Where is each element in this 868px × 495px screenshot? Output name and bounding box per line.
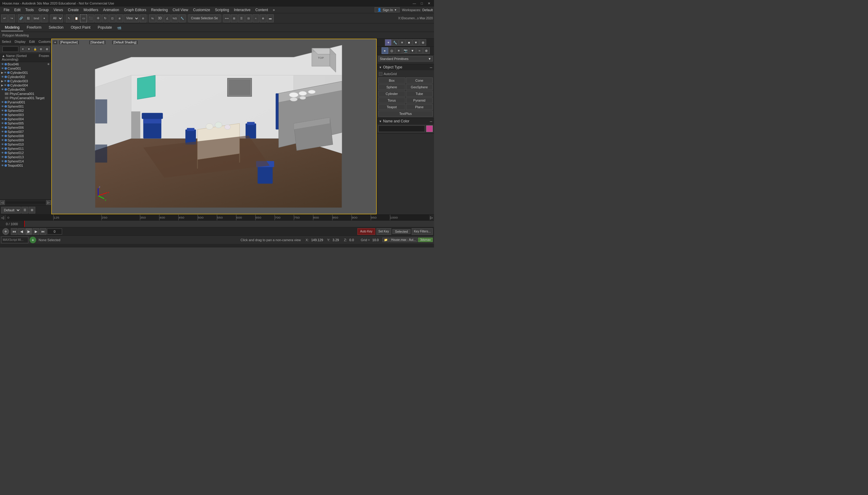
menu-group[interactable]: Group	[36, 7, 51, 13]
ruler-track[interactable]: 0 125 250 350 400 450 500 550 60	[5, 215, 429, 220]
window-crossing-button[interactable]: ⬛	[87, 15, 94, 22]
search-filter-button[interactable]: ▼	[26, 47, 32, 52]
menu-content[interactable]: Content	[253, 7, 270, 13]
scene-item-cone001[interactable]: 👁 Cone001	[0, 66, 51, 70]
plane-button[interactable]: Plane	[406, 104, 433, 110]
scene-item-sphere010[interactable]: 👁 Sphere010	[0, 142, 51, 147]
transform-button[interactable]: ✦	[41, 15, 48, 22]
viewport[interactable]: + [Perspective] [Standard] [Default Shad…	[51, 39, 377, 214]
search-opt2-button[interactable]: ⊠	[44, 47, 50, 52]
ruler-left-arrow[interactable]: ◁	[0, 215, 5, 220]
layer-opt2-button[interactable]: ⊞	[29, 207, 35, 214]
key-filters-button[interactable]: Key Filters...	[412, 228, 433, 235]
systems-icon[interactable]: ⊕	[423, 47, 430, 54]
angle-snap-button[interactable]: ∠	[164, 15, 171, 22]
tab-select[interactable]: Select	[0, 39, 13, 45]
schematic-view-button[interactable]: ⊟	[245, 15, 252, 22]
spinner-snap-button[interactable]: 🔧	[179, 15, 186, 22]
percent-button[interactable]: %	[149, 15, 156, 22]
undo-button[interactable]: ↩	[1, 15, 8, 22]
menu-scripting[interactable]: Scripting	[212, 7, 231, 13]
play-button[interactable]: ▶	[25, 228, 32, 235]
menu-views[interactable]: Views	[51, 7, 65, 13]
ruler-right-arrow[interactable]: ▷	[429, 215, 434, 220]
menu-interactive[interactable]: Interactive	[231, 7, 253, 13]
snap-button[interactable]: 3D	[156, 15, 163, 22]
tab-freeform[interactable]: Freeform	[23, 24, 45, 31]
object-name-input[interactable]	[378, 125, 425, 132]
search-lock-button[interactable]: 🔒	[32, 47, 38, 52]
layer-select[interactable]: Default	[1, 207, 21, 214]
box-button[interactable]: Box	[378, 78, 405, 84]
viewport-standard-label[interactable]: [Standard]	[89, 40, 105, 44]
house-file-btn[interactable]: House.max - Aut...	[390, 238, 417, 242]
file-icon[interactable]: 📁	[382, 238, 389, 242]
set-key-button[interactable]: Set Key	[377, 228, 391, 235]
rotate-button[interactable]: ↻	[102, 15, 108, 22]
teapot-button[interactable]: Teapot	[378, 104, 405, 110]
motion-panel-icon[interactable]: ■	[406, 39, 412, 46]
menu-modifiers[interactable]: Modifiers	[81, 7, 101, 13]
scene-item-sphere002[interactable]: 👁 Sphere002	[0, 108, 51, 113]
scene-list-hscrollbar[interactable]: ◁ ▷	[0, 199, 51, 205]
layer-opt1-button[interactable]: ☰	[21, 207, 28, 214]
shapes-icon[interactable]: ◎	[388, 47, 395, 54]
menu-civil-view[interactable]: Civil View	[170, 7, 191, 13]
geometry-icon[interactable]: ●	[382, 47, 388, 54]
create-panel-icon[interactable]: ✦	[385, 39, 392, 46]
tab-object-paint[interactable]: Object Paint	[67, 24, 94, 31]
layer-editor-button[interactable]: ☰	[238, 15, 245, 22]
ribbon-button[interactable]: ▬	[267, 15, 274, 22]
rect-select-button[interactable]: ▭	[80, 15, 87, 22]
cone-button[interactable]: Cone	[406, 78, 433, 84]
scene-item-sphere011[interactable]: 👁 Sphere011	[0, 147, 51, 151]
menu-graph-editors[interactable]: Graph Editors	[121, 7, 149, 13]
prev-frame-button[interactable]: ◀	[18, 228, 25, 235]
add-time-tag-button[interactable]: +	[2, 228, 9, 235]
app-label[interactable]: 3dsmax	[418, 238, 433, 242]
scene-item-pyramid001[interactable]: 👁 Pyramid001	[0, 100, 51, 104]
menu-more[interactable]: »	[270, 7, 277, 13]
scene-item-cylinder003[interactable]: ▶ 👁 Cylinder003	[0, 79, 51, 83]
maxscript-mini[interactable]: MAXScript Mi...	[1, 237, 28, 243]
cameras-icon[interactable]: 📷	[402, 47, 409, 54]
scene-item-sphere005[interactable]: 👁 Sphere005	[0, 121, 51, 125]
close-button[interactable]: ✕	[427, 1, 432, 5]
auto-key-button[interactable]: Auto Key	[358, 228, 375, 235]
menu-file[interactable]: File	[1, 7, 12, 13]
spacewarps-icon[interactable]: ≈	[416, 47, 423, 54]
cylinder-button[interactable]: Cylinder	[378, 91, 405, 97]
scale-button[interactable]: ⊡	[109, 15, 116, 22]
scene-item-sphere009[interactable]: 👁 Sphere009	[0, 138, 51, 142]
autogrid-checkbox[interactable]	[379, 72, 382, 76]
scene-item-sphere007[interactable]: 👁 Sphere007	[0, 130, 51, 134]
sphere-button[interactable]: Sphere	[378, 84, 405, 90]
mirror-button[interactable]: ⟺	[223, 15, 230, 22]
scene-item-teapot001[interactable]: 👁 Teapot001	[0, 164, 51, 168]
std-prim-dropdown-button[interactable]: Standard Primitives ▼	[378, 56, 433, 62]
menu-create[interactable]: Create	[65, 7, 81, 13]
scene-item-sphere004[interactable]: 👁 Sphere004	[0, 117, 51, 121]
tab-edit[interactable]: Edit	[28, 39, 37, 45]
scene-item-cylinder001[interactable]: ▶ 👁 Cylinder001	[0, 70, 51, 75]
menu-tools[interactable]: Tools	[23, 7, 36, 13]
lights-icon[interactable]: ☀	[395, 47, 402, 54]
tube-button[interactable]: Tube	[406, 91, 433, 97]
prev-key-button[interactable]: ⏮	[11, 228, 17, 235]
pivot-button[interactable]: ⊛	[140, 15, 146, 22]
color-swatch-button[interactable]	[426, 125, 433, 132]
filter-dropdown[interactable]: All	[50, 15, 63, 22]
scene-item-cylinder002[interactable]: 👁 Cylinder002	[0, 75, 51, 79]
pyramid-button[interactable]: Pyramid	[406, 97, 433, 103]
scene-item-sphere008[interactable]: 👁 Sphere008	[0, 134, 51, 138]
menu-rendering[interactable]: Rendering	[149, 7, 170, 13]
move-button[interactable]: ✛	[94, 15, 101, 22]
scene-item-cylinder005[interactable]: 👁 Cylinder005	[0, 87, 51, 92]
scene-item-cylinder004[interactable]: ▶ 👁 Cylinder004	[0, 83, 51, 87]
scene-item-physcamera001-target[interactable]: PhysCamera001.Target	[0, 96, 51, 100]
scene-item-sphere003[interactable]: 👁 Sphere003	[0, 113, 51, 117]
next-key-button[interactable]: ⏭	[40, 228, 47, 235]
frame-input[interactable]	[47, 228, 62, 235]
textplus-button[interactable]: TextPlus	[378, 110, 433, 117]
name-color-header[interactable]: ▼ Name and Color –	[377, 118, 434, 124]
